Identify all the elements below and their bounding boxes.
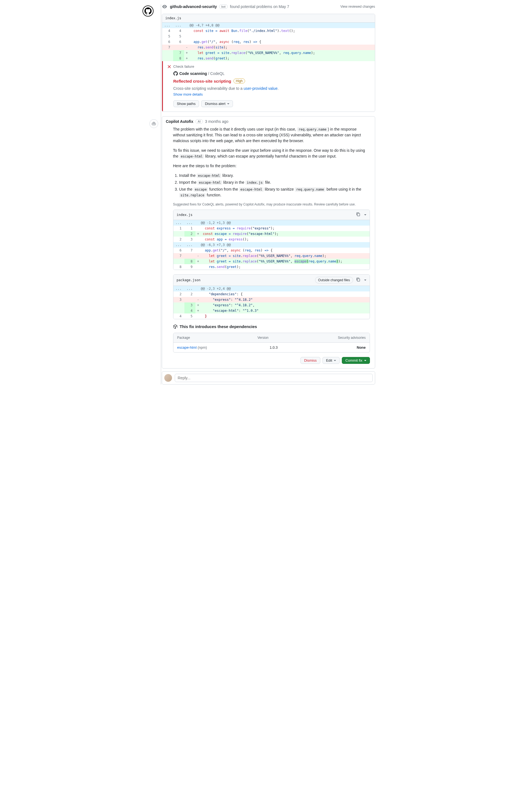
hunk-header: @@ -2,3 +2,4 @@	[201, 286, 370, 291]
file-header: index.js	[162, 14, 375, 23]
col-package: Package	[173, 333, 253, 343]
action-text: found potential problems on May 7	[230, 4, 289, 9]
copilot-icon	[150, 119, 158, 128]
suggested-diff-packagejson: package.json Outside changed files .....…	[173, 274, 370, 319]
show-more-details-link[interactable]: Show more details	[173, 92, 203, 96]
diff-table: ......@@ -4,7 +4,8 @@ 44 const site = aw…	[162, 23, 375, 61]
chevron-down-icon[interactable]	[364, 280, 366, 281]
table-row: escape-html (npm) 1.0.3 None	[173, 343, 370, 353]
col-security: Security advisories	[294, 333, 369, 343]
list-item: Use the escape function from the escape-…	[179, 186, 370, 198]
scanning-label: Code scanning	[180, 71, 207, 76]
actor-name[interactable]: github-advanced-security	[170, 4, 217, 9]
diff-line-add: res.send(greet);	[190, 56, 375, 61]
commit-fix-button[interactable]: Commit fix	[342, 357, 370, 364]
chevron-down-icon	[364, 360, 366, 361]
security-cell: None	[294, 343, 369, 353]
disclaimer-note: Suggested fixes for CodeQL alerts, power…	[173, 202, 370, 207]
list-item: Install the escape-html library.	[179, 173, 370, 178]
hunk-header: @@ -4,7 +4,8 @@	[190, 23, 375, 28]
deps-header: This fix introduces these dependencies	[173, 324, 370, 330]
autofix-paragraph: Here are the steps to fix the problem:	[173, 163, 370, 169]
avatar	[164, 374, 172, 382]
diff-line-del: res.send(site);	[190, 45, 375, 50]
autofix-paragraph: To fix this issue, we need to sanitize t…	[173, 148, 370, 159]
list-item: Import the escape-html library in the in…	[179, 180, 370, 185]
check-failure-label: Check failure	[173, 64, 194, 68]
svg-point-2	[154, 124, 155, 124]
autofix-time: 3 months ago	[205, 119, 228, 124]
diff-line	[190, 34, 375, 39]
autofix-comment: Copilot Autofix AI 3 months ago The prob…	[162, 116, 375, 369]
chevron-down-icon	[227, 103, 230, 105]
autofix-name: Copilot Autofix	[166, 119, 193, 124]
chevron-down-icon[interactable]	[364, 214, 366, 215]
edit-button[interactable]: Edit	[323, 357, 340, 364]
suggested-diff-indexjs: index.js ......@@ -1,2 +1,3 @@ 11 const …	[173, 210, 370, 270]
copy-icon[interactable]	[356, 212, 361, 218]
dismiss-button[interactable]: Dismiss	[300, 357, 320, 364]
x-icon	[167, 65, 171, 68]
github-icon	[173, 71, 178, 76]
diff-line: }	[201, 314, 370, 319]
filename: index.js	[177, 212, 193, 217]
diff-line-add: "express": "^4.18.2",	[201, 302, 370, 308]
diff-line: app.get("/", async (req, res) => {	[190, 39, 375, 45]
copy-icon[interactable]	[356, 278, 361, 283]
diff-line: res.send(greet);	[201, 264, 370, 270]
fix-steps-list: Install the escape-html library. Import …	[173, 173, 370, 198]
ai-badge: AI	[195, 119, 202, 124]
diff-line-del: "express": "^4.18.2"	[201, 297, 370, 302]
diff-line-add: "escape-html": "^1.0.3"	[201, 308, 370, 314]
reply-input[interactable]	[175, 374, 373, 382]
diff-line: const app = express();	[201, 237, 370, 242]
svg-rect-0	[152, 123, 156, 125]
bot-badge: bot	[219, 4, 228, 9]
github-logo	[142, 5, 154, 17]
registry-label: (npm)	[198, 345, 207, 350]
eye-icon	[162, 4, 167, 9]
diff-line: const site = await Bun.file("./index.htm…	[190, 28, 375, 34]
filename: index.js	[165, 16, 181, 20]
diff-line: const express = require("express");	[201, 226, 370, 231]
chevron-down-icon	[334, 360, 336, 361]
diff-line-add: let greet = site.replace("%%_USER_NAME%%…	[201, 259, 370, 264]
svg-rect-3	[357, 213, 360, 216]
svg-point-1	[153, 124, 153, 124]
show-paths-button[interactable]: Show paths	[173, 100, 199, 107]
version-cell: 1.0.3	[253, 343, 294, 353]
svg-rect-4	[357, 279, 360, 281]
diff-line: "dependencies": {	[201, 291, 370, 297]
diff-line-del: let greet = site.replace("%%_USER_NAME%%…	[201, 253, 370, 259]
col-version: Version	[253, 333, 294, 343]
alert-title: Reflected cross-site scripting	[173, 79, 231, 83]
filename: package.json	[177, 278, 201, 283]
diff-line-add: const escape = require("escape-html");	[201, 231, 370, 237]
alert-description: Cross-site scripting vulnerability due t…	[173, 86, 371, 91]
action-row: Dismiss Edit Commit fix	[173, 357, 370, 364]
diff-line-add: let greet = site.replace("%%_USER_NAME%%…	[190, 50, 375, 56]
reply-row	[162, 371, 375, 384]
tool-label: / CodeQL	[208, 71, 225, 76]
diff-line: app.get("/", async (req, res) => {	[201, 248, 370, 253]
package-link[interactable]: escape-html	[177, 345, 197, 350]
view-reviewed-changes-link[interactable]: View reviewed changes	[341, 5, 375, 8]
severity-badge: High	[234, 79, 245, 83]
deps-table: Package Version Security advisories esca…	[173, 333, 370, 353]
autofix-paragraph: The problem with the code is that it dir…	[173, 126, 370, 144]
review-header: github-advanced-security bot found poten…	[162, 4, 375, 9]
outside-changed-chip: Outside changed files	[315, 277, 353, 284]
dismiss-alert-button[interactable]: Dismiss alert	[201, 100, 233, 107]
diff-panel-indexjs: index.js ......@@ -4,7 +4,8 @@ 44 const …	[162, 14, 375, 112]
user-provided-value-link[interactable]: user-provided value	[244, 86, 277, 91]
hunk-header: @@ -1,2 +1,3 @@	[201, 220, 370, 226]
code-scanning-alert: Check failure Code scanning / CodeQL Ref…	[162, 61, 375, 112]
hunk-header: @@ -6,3 +7,3 @@	[201, 242, 370, 248]
